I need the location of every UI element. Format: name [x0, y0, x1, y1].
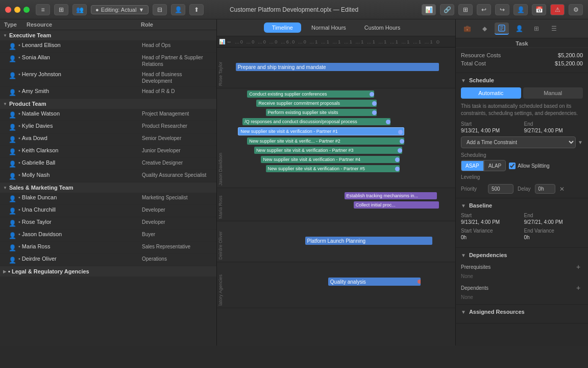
right-panel: 💼 ◆ 👤 ⊞ ☰ Task Resource Costs $5,200.00 … [455, 19, 588, 346]
rp-tab-briefcase[interactable]: 💼 [460, 22, 474, 35]
total-cost-value: $15,200.00 [555, 60, 583, 66]
bar-quality-analysis[interactable]: Quality analysis [328, 278, 421, 286]
constraint-select[interactable]: Add a Time Constraint [461, 136, 576, 148]
baseline-end-label: End [524, 213, 583, 218]
rp-tab-grid[interactable]: ⊞ [529, 22, 544, 35]
title-bar-right[interactable]: 📊 🔗 ⊞ ↩ ↪ 👤 📅 ⚠ ⚙ [422, 4, 583, 15]
sales-team-header[interactable]: ▼ Sales & Marketing Team [0, 182, 216, 193]
bar-site-visits[interactable]: Perform existing supplier site visits [266, 109, 377, 116]
link-icon-button[interactable]: 🔗 [440, 4, 454, 15]
asap-button[interactable]: ASAP [461, 161, 483, 171]
timeline-ticks: …0 …0 …0 …0 …6.0 …0 …1 …1 …1 …1 …1 …1 …1… [235, 39, 441, 44]
bar-conduct-supplier[interactable]: Conduct existing supplier conferences [247, 90, 374, 98]
type-column-header: Type [4, 21, 24, 28]
person-icon: 👤 [8, 123, 16, 131]
gantt-bars-jason[interactable]: Conduct existing supplier conferences Re… [224, 88, 455, 188]
bar-partner2[interactable]: New supplier site visit & verific... - P… [247, 137, 404, 145]
end-variance-label: End Variance [524, 228, 583, 234]
gantt-bars-maria[interactable]: Establish tracking mechanisms in... Coll… [224, 188, 455, 221]
dependencies-header[interactable]: ▼ Dependencies [461, 252, 583, 258]
redo-button[interactable]: ↪ [495, 4, 509, 15]
user-button[interactable]: 👤 [171, 4, 185, 15]
baseline-collapse-icon: ▼ [461, 203, 466, 209]
bar-partner5[interactable]: New supplier site visit & verification -… [266, 165, 400, 172]
manual-button[interactable]: Manual [523, 87, 583, 99]
rp-tab-diamond[interactable]: ◆ [477, 22, 492, 35]
resource-name: •Keith Clarkson [18, 147, 140, 153]
schedule-header[interactable]: ▼ Schedule [461, 77, 583, 83]
row-label-deirdre: Deirdre Oliver [217, 221, 224, 262]
list-item: 👤 •Sonia Allan Head of Partner & Supplie… [0, 53, 216, 70]
table-icon-button[interactable]: ⊞ [458, 4, 473, 15]
resource-role: Head of Partner & Supplier Relations [142, 54, 213, 67]
grid-view-button[interactable]: ⊞ [54, 4, 68, 15]
bar-tracking[interactable]: Establish tracking mechanisms in... [345, 192, 437, 199]
view-options-button[interactable]: ⊟ [153, 4, 167, 15]
gantt-bars-legal[interactable]: Quality analysis [224, 262, 455, 308]
bar-receive-proposals[interactable]: Receive supplier commitment proposals [256, 100, 377, 107]
alert-button[interactable]: ⚠ [550, 4, 565, 15]
allow-splitting-checkbox[interactable] [509, 163, 516, 169]
executive-team-header[interactable]: ▼ Executive Team [0, 30, 216, 40]
add-dependent-button[interactable]: + [574, 283, 583, 292]
resource-role: Creative Designer [142, 159, 213, 166]
calendar-button[interactable]: 📅 [532, 4, 546, 15]
resource-name: •Amy Smith [18, 88, 140, 94]
baseline-header[interactable]: ▼ Baseline [461, 202, 583, 209]
rp-tab-task[interactable] [495, 22, 509, 35]
list-item: 👤 •Kylie Davies Product Researcher [0, 121, 216, 133]
bar-qr-responses[interactable]: /Q responses and conduct discussion/prop… [242, 118, 390, 125]
team-group-executive: ▼ Executive Team 👤 •Leonard Ellison Head… [0, 30, 216, 99]
resource-name: •Blake Duncan [18, 194, 140, 200]
row-label-maria: Maria Ross [217, 188, 224, 221]
legal-team-header[interactable]: ▶ • Legal & Regulatory Agencies [0, 266, 216, 277]
start-variance-col: Start Variance 0h [461, 228, 520, 240]
bar-partner1-selected[interactable]: New supplier site visit & verification -… [238, 127, 404, 135]
resource-role: Junior Developer [142, 147, 213, 154]
role-column-header: Role [141, 21, 212, 28]
legal-team-label: • Legal & Regulatory Agencies [8, 268, 89, 274]
gantt-bars-deirdre[interactable]: Platform Launch Planning [224, 221, 455, 262]
undo-button[interactable]: ↩ [477, 4, 491, 15]
editing-badge[interactable]: ● Editing: Actual ▼ [91, 5, 149, 14]
resource-button[interactable]: 👤 [513, 4, 528, 15]
gantt-bars-rose[interactable]: Prepare and ship training and mandate [224, 48, 455, 88]
priority-input[interactable] [488, 184, 513, 194]
product-team-header[interactable]: ▼ Product Team [0, 99, 216, 109]
hamburger-menu-button[interactable]: ≡ [36, 4, 50, 15]
start-variance-label: Start Variance [461, 228, 520, 234]
settings-button[interactable]: ⚙ [569, 4, 583, 15]
resource-costs-label: Resource Costs [461, 52, 501, 58]
bar-partner3[interactable]: New supplier site visit & verification -… [254, 147, 402, 154]
share-button[interactable]: ⬆ [189, 4, 204, 15]
delay-input[interactable] [535, 184, 555, 194]
tab-custom-hours[interactable]: Custom Hours [356, 22, 408, 33]
chart-icon-button[interactable]: 📊 [422, 4, 436, 15]
rp-tab-person[interactable]: 👤 [512, 22, 526, 35]
rp-tab-list[interactable]: ☰ [547, 22, 561, 35]
add-prerequisite-button[interactable]: + [574, 262, 583, 271]
grid-icon: ⊞ [59, 6, 64, 13]
gantt-bar-rose-task[interactable]: Prepare and ship training and mandate [236, 63, 439, 71]
bar-collect-initial[interactable]: Collect initial proc... [354, 201, 439, 209]
tab-normal-hours[interactable]: Normal Hours [303, 22, 354, 33]
allow-splitting-checkbox-row: Allow Splitting [509, 163, 549, 169]
maximize-button[interactable] [23, 7, 30, 13]
close-button[interactable] [5, 7, 11, 13]
assigned-resources-header[interactable]: ▼ Assigned Resources [461, 309, 583, 315]
alap-button[interactable]: ALAP [484, 161, 506, 171]
bar-platform-launch[interactable]: Platform Launch Planning [305, 237, 432, 245]
list-item: 👤 •Leonard Ellison Head of Ops [0, 40, 216, 53]
task-panel-title: Task [456, 38, 588, 48]
window-controls[interactable] [5, 7, 30, 13]
people-view-button[interactable]: 👥 [72, 4, 87, 15]
tab-timeline[interactable]: Timeline [264, 22, 301, 33]
end-label: End [524, 121, 583, 127]
bar-partner4[interactable]: New supplier site visit & verification -… [261, 156, 400, 163]
minimize-button[interactable] [14, 7, 20, 13]
resource-role: Operations [142, 256, 213, 262]
clear-delay-button[interactable]: ✕ [559, 186, 565, 193]
automatic-button[interactable]: Automatic [461, 87, 521, 99]
gantt-row-rose: Rose Taylor Prepare and ship training an… [217, 48, 455, 88]
leveling-label: Leveling [461, 174, 583, 180]
